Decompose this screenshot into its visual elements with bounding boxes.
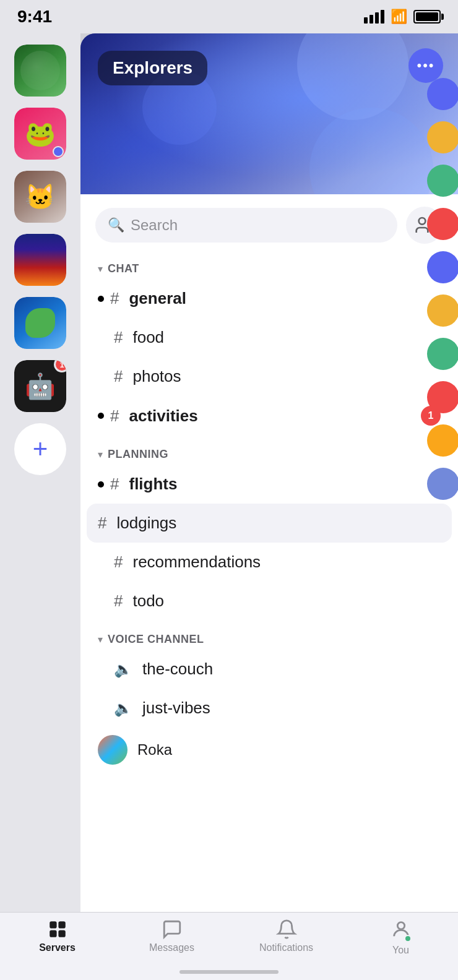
server-name: Explorers bbox=[113, 58, 192, 77]
server-icon-landscape[interactable] bbox=[14, 234, 66, 286]
status-bar: 9:41 📶 bbox=[0, 0, 458, 33]
channel-general[interactable]: # general bbox=[80, 279, 458, 318]
edge-circle-2 bbox=[427, 121, 458, 153]
edge-circle-5 bbox=[427, 251, 458, 283]
channel-name-general: general bbox=[129, 289, 441, 308]
battery-icon bbox=[413, 10, 441, 24]
edge-circle-6 bbox=[427, 294, 458, 327]
chevron-down-icon: ▾ bbox=[98, 263, 103, 275]
voice-icon: 🔈 bbox=[114, 700, 132, 717]
category-chat-label: CHAT bbox=[108, 262, 139, 275]
channel-name-recommendations: recommendations bbox=[132, 552, 441, 572]
signal-icon bbox=[364, 10, 384, 24]
edge-circle-1 bbox=[427, 78, 458, 110]
channel-activities[interactable]: # activities 1 bbox=[80, 396, 458, 436]
messages-icon bbox=[162, 919, 183, 940]
search-bar-container: 🔍 Search bbox=[80, 194, 458, 256]
svg-point-7 bbox=[397, 922, 404, 929]
tab-messages[interactable]: Messages bbox=[114, 919, 229, 953]
channel-name-photos: photos bbox=[132, 367, 441, 386]
hash-icon: # bbox=[114, 552, 123, 572]
tab-messages-label: Messages bbox=[149, 942, 194, 953]
category-planning[interactable]: ▾ PLANNING bbox=[80, 442, 458, 465]
svg-rect-6 bbox=[58, 930, 65, 937]
svg-rect-3 bbox=[50, 921, 56, 928]
chevron-down-icon: ▾ bbox=[98, 634, 103, 645]
channel-name-food: food bbox=[132, 328, 441, 347]
hash-icon: # bbox=[114, 367, 123, 386]
server-icon-pink-frog[interactable]: 🐸 bbox=[14, 108, 66, 160]
status-icons: 📶 bbox=[364, 9, 441, 25]
content-area: Explorers ••• 🔍 Search bbox=[80, 33, 458, 980]
user-roka[interactable]: Roka bbox=[80, 728, 458, 772]
hash-icon: # bbox=[110, 289, 119, 308]
user-avatar-roka bbox=[98, 735, 127, 765]
plus-icon: + bbox=[33, 436, 48, 462]
edge-circle-3 bbox=[427, 165, 458, 197]
main-container: 🐸 🐱 🤖 1 + bbox=[0, 33, 458, 980]
tab-servers-label: Servers bbox=[39, 942, 76, 953]
tab-notifications-label: Notifications bbox=[259, 942, 313, 953]
chevron-down-icon: ▾ bbox=[98, 449, 103, 460]
hash-icon: # bbox=[110, 475, 119, 494]
server-icon-cat[interactable]: 🐱 bbox=[14, 171, 66, 223]
tab-you[interactable]: You bbox=[344, 919, 458, 956]
home-indicator bbox=[179, 970, 279, 974]
tab-servers[interactable]: Servers bbox=[0, 919, 114, 953]
channel-name-flights: flights bbox=[129, 475, 441, 494]
category-voice-label: VOICE CHANNEL bbox=[108, 633, 204, 646]
channel-name-the-couch: the-couch bbox=[142, 660, 441, 679]
category-voice[interactable]: ▾ VOICE CHANNEL bbox=[80, 627, 458, 650]
hash-icon: # bbox=[114, 591, 123, 611]
hash-icon: # bbox=[114, 328, 123, 347]
edge-circle-7 bbox=[427, 338, 458, 370]
server-sidebar: 🐸 🐱 🤖 1 + bbox=[0, 33, 80, 980]
server-icon-green[interactable] bbox=[14, 45, 66, 97]
channel-flights[interactable]: # flights bbox=[80, 465, 458, 504]
server-name-badge: Explorers bbox=[98, 51, 207, 85]
channel-name-lodgings: lodgings bbox=[116, 514, 441, 533]
channel-name-todo: todo bbox=[132, 591, 441, 611]
add-server-button[interactable]: + bbox=[14, 423, 66, 475]
svg-rect-4 bbox=[58, 921, 65, 928]
right-edge-servers bbox=[421, 67, 458, 912]
servers-icon bbox=[47, 919, 68, 940]
channel-the-couch[interactable]: 🔈 the-couch bbox=[80, 650, 458, 689]
channel-name-just-vibes: just-vibes bbox=[142, 698, 441, 718]
svg-rect-5 bbox=[50, 930, 56, 937]
edge-circle-8 bbox=[427, 381, 458, 413]
wifi-icon: 📶 bbox=[391, 9, 407, 25]
category-chat[interactable]: ▾ CHAT bbox=[80, 256, 458, 279]
online-indicator bbox=[53, 146, 64, 157]
tab-notifications[interactable]: Notifications bbox=[229, 919, 344, 953]
channel-food[interactable]: # food bbox=[80, 318, 458, 357]
hash-icon: # bbox=[110, 406, 119, 426]
search-bar[interactable]: 🔍 Search bbox=[95, 208, 397, 243]
status-time: 9:41 bbox=[17, 7, 52, 27]
channel-name-activities: activities bbox=[129, 406, 411, 426]
server-icon-app[interactable] bbox=[14, 297, 66, 349]
channel-lodgings[interactable]: # lodgings bbox=[87, 504, 452, 543]
category-planning-label: PLANNING bbox=[108, 448, 168, 461]
server-icon-bot[interactable]: 🤖 1 bbox=[14, 360, 66, 412]
edge-circle-9 bbox=[427, 424, 458, 457]
notifications-icon bbox=[276, 919, 297, 940]
unread-indicator bbox=[98, 296, 104, 302]
hash-icon: # bbox=[98, 514, 106, 533]
unread-indicator bbox=[98, 413, 104, 419]
user-name-roka: Roka bbox=[137, 741, 172, 759]
unread-indicator bbox=[98, 481, 104, 488]
tab-you-label: You bbox=[392, 945, 409, 956]
channel-recommendations[interactable]: # recommendations bbox=[80, 543, 458, 582]
server-banner: Explorers ••• bbox=[80, 33, 458, 194]
search-placeholder: Search bbox=[131, 217, 178, 234]
search-icon: 🔍 bbox=[108, 217, 124, 233]
voice-icon: 🔈 bbox=[114, 661, 132, 678]
edge-circle-10 bbox=[427, 468, 458, 500]
channel-just-vibes[interactable]: 🔈 just-vibes bbox=[80, 689, 458, 728]
channel-list: 🔍 Search ▾ CHAT bbox=[80, 194, 458, 980]
edge-circle-4 bbox=[427, 208, 458, 240]
channel-todo[interactable]: # todo bbox=[80, 582, 458, 621]
channel-photos[interactable]: # photos bbox=[80, 357, 458, 396]
